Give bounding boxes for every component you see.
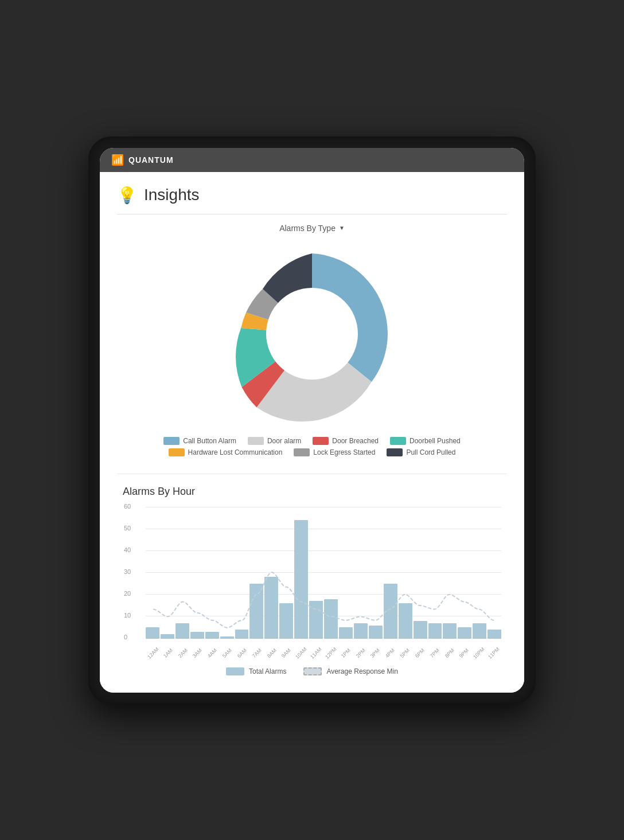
legend-color-hardware	[169, 448, 185, 456]
x-label-22: 10PM	[471, 646, 486, 660]
bar-group-4pm	[384, 507, 397, 639]
legend-item-door-alarm: Door alarm	[248, 437, 301, 445]
x-label-8: 8AM	[264, 646, 279, 660]
x-label-21: 9PM	[457, 646, 471, 660]
page-title: Insights	[144, 186, 200, 204]
bar-group-2am	[176, 507, 189, 639]
bar-16	[384, 584, 397, 639]
bar-1	[161, 634, 174, 639]
bar-12	[324, 599, 338, 639]
legend-color-door-breached	[313, 437, 329, 445]
x-label-20: 8PM	[442, 646, 457, 660]
bar-legend-color-total	[226, 667, 244, 675]
top-bar: 📶 QUANTUM	[100, 148, 524, 172]
bar-group-7am	[249, 507, 263, 639]
bar-chart-container: 60 50 40 30 20 10 0	[123, 507, 501, 656]
chart-type-dropdown[interactable]: Alarms By Type ▼	[117, 224, 507, 233]
bar-group-12am	[146, 507, 159, 639]
bar-13	[339, 627, 353, 638]
brand-name: QUANTUM	[128, 155, 174, 165]
device-screen: 📶 QUANTUM 💡 Insights Alarms By Type ▼	[100, 148, 524, 693]
legend-item-hardware: Hardware Lost Communication	[169, 448, 283, 456]
chevron-down-icon: ▼	[339, 225, 345, 231]
bar-legend-label-avg: Average Response Min	[326, 667, 398, 675]
bar-23	[487, 630, 501, 638]
bar-chart-title: Alarms By Hour	[123, 486, 501, 498]
x-label-1: 1AM	[161, 646, 175, 660]
x-label-15: 3PM	[368, 646, 383, 660]
legend-color-lock-egress	[294, 448, 310, 456]
bar-18	[414, 621, 427, 639]
bar-group-5am	[220, 507, 234, 639]
bar-group-1pm	[339, 507, 353, 639]
x-label-4: 4AM	[205, 646, 220, 660]
legend-label-hardware: Hardware Lost Communication	[188, 448, 283, 456]
legend-label-door-alarm: Door alarm	[267, 437, 301, 445]
dropdown-label: Alarms By Type	[279, 224, 336, 233]
donut-legend: Call Button Alarm Door alarm Door Breach…	[117, 437, 507, 456]
bar-legend-total-alarms: Total Alarms	[226, 667, 286, 675]
x-label-10: 10AM	[294, 646, 309, 660]
x-label-11: 11AM	[309, 646, 323, 660]
x-label-7: 7AM	[249, 646, 264, 660]
bar-group-11am	[309, 507, 323, 639]
legend-label-pull-cord: Pull Cord Pulled	[406, 448, 455, 456]
bar-group-12pm	[324, 507, 338, 639]
x-label-0: 12AM	[146, 646, 160, 660]
x-axis: 12AM1AM2AM3AM4AM5AM6AM7AM8AM9AM10AM11AM1…	[146, 639, 501, 656]
legend-item-doorbell: Doorbell Pushed	[390, 437, 461, 445]
bar-group-10am	[294, 507, 308, 639]
bar-group-3am	[190, 507, 204, 639]
x-label-9: 9AM	[279, 646, 294, 660]
page-header: 💡 Insights	[117, 186, 507, 214]
bar-group-3pm	[369, 507, 383, 639]
bar-chart-legend: Total Alarms Average Response Min	[123, 667, 501, 675]
bar-group-1am	[161, 507, 174, 639]
bar-group-8pm	[443, 507, 457, 639]
bar-8	[264, 577, 278, 638]
section-divider	[117, 474, 507, 474]
bar-group-6pm	[414, 507, 427, 639]
bar-22	[473, 623, 486, 639]
bar-group-2pm	[354, 507, 368, 639]
donut-chart-container	[117, 242, 507, 425]
legend-item-call-button: Call Button Alarm	[163, 437, 236, 445]
x-label-3: 3AM	[190, 646, 205, 660]
legend-label-doorbell: Doorbell Pushed	[410, 437, 461, 445]
bar-6	[235, 630, 249, 638]
bar-legend-color-avg	[303, 667, 322, 675]
legend-item-lock-egress: Lock Egress Started	[294, 448, 375, 456]
bar-group-5pm	[399, 507, 412, 639]
x-label-19: 7PM	[427, 646, 442, 660]
insights-icon: 💡	[117, 186, 137, 205]
device-frame: 📶 QUANTUM 💡 Insights Alarms By Type ▼	[88, 136, 536, 704]
bar-2	[176, 623, 189, 639]
bar-19	[428, 623, 442, 639]
x-label-13: 1PM	[338, 646, 353, 660]
bar-15	[369, 626, 383, 639]
bar-group-7pm	[428, 507, 442, 639]
bar-10	[294, 520, 308, 639]
bar-legend-avg-response: Average Response Min	[303, 667, 398, 675]
bar-21	[458, 627, 471, 638]
bar-9	[279, 603, 293, 638]
donut-hole	[266, 288, 358, 380]
donut-chart-section: Alarms By Type ▼	[117, 224, 507, 456]
legend-color-doorbell	[390, 437, 406, 445]
x-label-2: 2AM	[176, 646, 190, 660]
x-label-12: 12PM	[323, 646, 338, 660]
bar-group-9pm	[458, 507, 471, 639]
bar-7	[249, 584, 263, 639]
bar-17	[399, 603, 412, 638]
donut-chart-svg	[220, 242, 404, 425]
bar-0	[146, 627, 159, 638]
bar-group-11pm	[487, 507, 501, 639]
bar-group-10pm	[473, 507, 486, 639]
bar-11	[309, 601, 323, 638]
bars-area	[146, 507, 501, 639]
x-label-5: 5AM	[220, 646, 234, 660]
bar-group-8am	[264, 507, 278, 639]
x-label-17: 5PM	[397, 646, 412, 660]
x-label-6: 6AM	[235, 646, 249, 660]
bar-group-6am	[235, 507, 249, 639]
